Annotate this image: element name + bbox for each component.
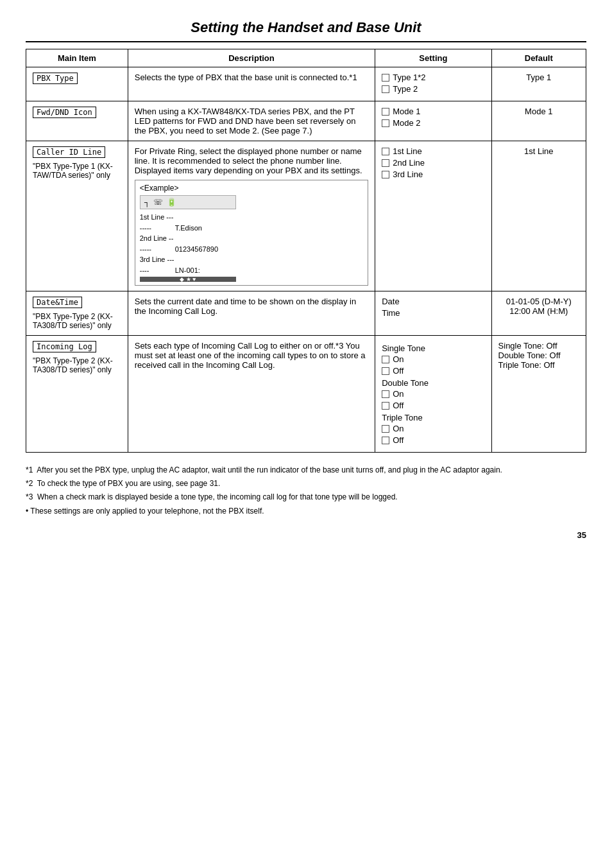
footnote-1-text: After you set the PBX type, unplug the A… xyxy=(37,465,502,474)
row4-setting-date: Date xyxy=(382,297,484,306)
table-row: PBX Type Selects the type of PBX that th… xyxy=(26,67,586,101)
checkbox-double-on xyxy=(382,390,389,398)
example-box: <Example> ┐ ☏ 🔋 1st Line --------T.Ediso… xyxy=(135,180,368,286)
row4-item-box: Date&Time xyxy=(33,297,82,308)
page-title: Setting the Handset and Base Unit xyxy=(26,19,586,42)
example-lines: 1st Line --------T.Edison 2nd Line -----… xyxy=(140,212,363,275)
checkbox-single-off xyxy=(382,367,389,375)
footnote-1: *1 After you set the PBX type, unplug th… xyxy=(26,464,586,476)
row4-main-item: Date&Time "PBX Type-Type 2 (KX-TA308/TD … xyxy=(26,291,128,336)
row4-setting-time: Time xyxy=(382,308,484,318)
checkbox-mode2 xyxy=(382,119,389,127)
handset-icon: ☏ xyxy=(153,198,163,207)
col-header-default: Default xyxy=(491,49,586,67)
row5-setting: Single Tone On Off Double Tone On Off xyxy=(375,336,491,453)
row4-default: 01-01-05 (D-M-Y) 12:00 AM (H:M) xyxy=(491,291,586,336)
table-row: Fwd/DND Icon When using a KX-TAW848/KX-T… xyxy=(26,101,586,141)
row5-sub-label: "PBX Type-Type 2 (KX-TA308/TD series)" o… xyxy=(33,356,121,374)
row3-setting: 1st Line 2nd Line 3rd Line xyxy=(375,141,491,291)
footnote-bullet-marker: • xyxy=(26,507,28,516)
example-screen: ┐ ☏ 🔋 xyxy=(140,195,236,209)
example-line3: 3rd Line -------LN-001: xyxy=(140,254,363,275)
row2-item-box: Fwd/DND Icon xyxy=(33,107,96,118)
row5-description: Sets each type of Incoming Call Log to e… xyxy=(128,336,375,453)
mode1-label: Mode 1 xyxy=(393,107,420,116)
checkbox-1stline xyxy=(382,148,389,155)
footnote-bullet-text: These settings are only applied to your … xyxy=(30,507,264,516)
footnote-2-text: To check the type of PBX you are using, … xyxy=(37,479,221,488)
single-on-label: On xyxy=(393,354,404,364)
row1-default: Type 1 xyxy=(491,67,586,101)
triple-off-label: Off xyxy=(393,435,404,445)
battery-icon: 🔋 xyxy=(167,198,176,207)
row3-item-box: Caller ID Line xyxy=(33,146,105,158)
table-row: Incoming Log "PBX Type-Type 2 (KX-TA308/… xyxy=(26,336,586,453)
row1-description: Selects the type of PBX that the base un… xyxy=(128,67,375,101)
example-line1: 1st Line --------T.Edison xyxy=(140,212,363,233)
row3-default: 1st Line xyxy=(491,141,586,291)
row1-setting-type1: Type 1*2 xyxy=(382,73,484,82)
3rdline-label: 3rd Line xyxy=(393,169,423,179)
example-bottom-bar: ◆ ★ ♥ xyxy=(140,277,236,282)
footnote-1-marker: *1 xyxy=(26,465,33,474)
double-on-label: On xyxy=(393,389,404,399)
row5-main-item: Incoming Log "PBX Type-Type 2 (KX-TA308/… xyxy=(26,336,128,453)
col-header-description: Description xyxy=(128,49,375,67)
checkbox-mode1 xyxy=(382,108,389,116)
row3-description: For Private Ring, select the displayed p… xyxy=(128,141,375,291)
row3-setting-2ndline: 2nd Line xyxy=(382,158,484,168)
row1-setting-type2: Type 2 xyxy=(382,84,484,94)
type1-label: Type 1*2 xyxy=(393,73,425,82)
row2-setting-mode1: Mode 1 xyxy=(382,107,484,116)
double-off-label: Off xyxy=(393,401,404,410)
main-table: Main Item Description Setting Default PB… xyxy=(26,49,586,453)
mode2-label: Mode 2 xyxy=(393,118,420,128)
checkbox-double-off xyxy=(382,402,389,410)
row2-setting-mode2: Mode 2 xyxy=(382,118,484,128)
single-tone-off: Off xyxy=(382,366,484,376)
example-line2: 2nd Line -------01234567890 xyxy=(140,233,363,254)
checkbox-3rdline xyxy=(382,171,389,178)
triple-tone-on: On xyxy=(382,424,484,433)
row3-sub-label: "PBX Type-Type 1 (KX-TAW/TDA series)" on… xyxy=(33,162,121,180)
footnote-3-marker: *3 xyxy=(26,492,33,501)
row5-default: Single Tone: Off Double Tone: Off Triple… xyxy=(491,336,586,453)
row5-item-box: Incoming Log xyxy=(33,341,96,352)
row3-setting-1stline: 1st Line xyxy=(382,146,484,156)
row4-description: Sets the current date and time to be sho… xyxy=(128,291,375,336)
row1-main-item: PBX Type xyxy=(26,67,128,101)
row1-setting: Type 1*2 Type 2 xyxy=(375,67,491,101)
page-number: 35 xyxy=(26,530,586,540)
row1-item-box: PBX Type xyxy=(33,73,78,84)
checkbox-type1 xyxy=(382,74,389,82)
single-off-label: Off xyxy=(393,366,404,376)
checkbox-2ndline xyxy=(382,159,389,167)
row4-sub-label: "PBX Type-Type 2 (KX-TA308/TD series)" o… xyxy=(33,312,121,330)
type2-label: Type 2 xyxy=(393,84,418,94)
row3-main-item: Caller ID Line "PBX Type-Type 1 (KX-TAW/… xyxy=(26,141,128,291)
2ndline-label: 2nd Line xyxy=(393,158,425,168)
checkbox-type2 xyxy=(382,85,389,93)
table-row: Caller ID Line "PBX Type-Type 1 (KX-TAW/… xyxy=(26,141,586,291)
footnote-3-text: When a check mark is displayed beside a … xyxy=(37,492,398,501)
footnote-bullet: • These settings are only applied to you… xyxy=(26,505,586,517)
single-tone-on: On xyxy=(382,354,484,364)
table-row: Date&Time "PBX Type-Type 2 (KX-TA308/TD … xyxy=(26,291,586,336)
row2-description: When using a KX-TAW848/KX-TDA series PBX… xyxy=(128,101,375,141)
antenna-icon: ┐ xyxy=(144,198,150,207)
footnotes: *1 After you set the PBX type, unplug th… xyxy=(26,464,586,517)
row2-setting: Mode 1 Mode 2 xyxy=(375,101,491,141)
footnote-2-marker: *2 xyxy=(26,479,33,488)
triple-on-label: On xyxy=(393,424,404,433)
row2-main-item: Fwd/DND Icon xyxy=(26,101,128,141)
double-tone-off: Off xyxy=(382,401,484,410)
row4-setting: Date Time xyxy=(375,291,491,336)
row3-setting-3rdline: 3rd Line xyxy=(382,169,484,179)
bottom-bar-icons: ◆ ★ ♥ xyxy=(180,276,196,282)
checkbox-triple-off xyxy=(382,437,389,444)
example-header-label: <Example> xyxy=(140,184,363,193)
1stline-label: 1st Line xyxy=(393,146,422,156)
triple-tone-off: Off xyxy=(382,435,484,445)
footnote-3: *3 When a check mark is displayed beside… xyxy=(26,491,586,503)
triple-tone-label: Triple Tone xyxy=(382,413,484,422)
